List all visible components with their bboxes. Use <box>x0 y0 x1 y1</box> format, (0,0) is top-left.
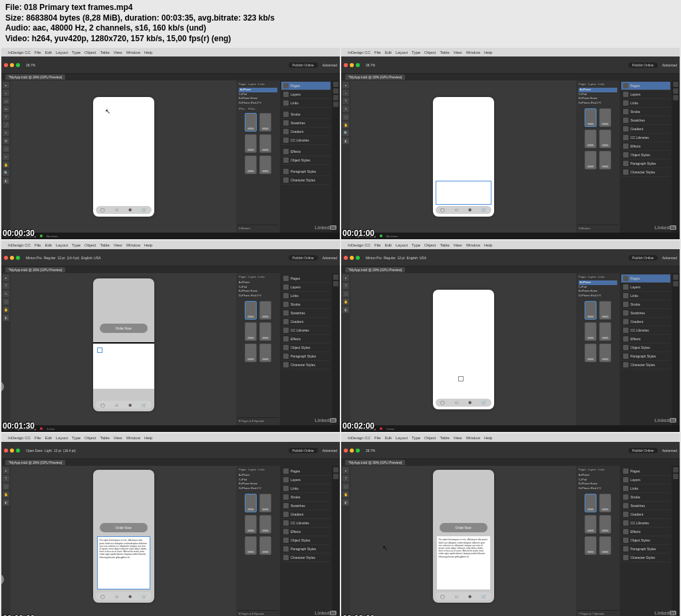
tab-icon[interactable]: 🛒 <box>481 207 486 212</box>
pages-tab[interactable]: Pages <box>579 468 586 471</box>
document-tab[interactable]: *MyApp.indd @ 29% [GPU Preview] <box>345 460 405 465</box>
tools-panel[interactable]: ▸ T ▢ ✋ ◧ <box>1 466 11 616</box>
right-panels[interactable]: Pages Layers Links Stroke Swatches Gradi… <box>620 466 672 616</box>
panel-swatches[interactable]: Swatches <box>291 504 305 508</box>
panel-gradient[interactable]: Gradient <box>630 320 643 324</box>
panel-gradient[interactable]: Gradient <box>630 512 643 516</box>
window-controls[interactable] <box>344 449 360 453</box>
page-thumb[interactable] <box>585 130 597 148</box>
right-panels[interactable]: Pages Layers Links Stroke Swatches Gradi… <box>620 273 672 425</box>
strip-icon[interactable] <box>333 95 339 100</box>
panel-paragraph-styles[interactable]: Paragraph Styles <box>291 169 316 173</box>
menu-window[interactable]: Window <box>126 436 140 440</box>
panel-links[interactable]: Links <box>630 486 638 490</box>
tab-icon[interactable]: ◯ <box>440 207 445 212</box>
rect-tool-icon[interactable]: ▢ <box>3 298 9 305</box>
tab-icon[interactable]: ⚈ <box>128 594 132 599</box>
workspace-switcher[interactable]: Advanced <box>662 256 677 260</box>
panel-links[interactable]: Links <box>291 486 299 490</box>
tab-icon[interactable]: ⚇ <box>115 594 118 599</box>
panel-character-styles[interactable]: Character Styles <box>291 556 315 560</box>
pages-panel[interactable]: Pages Layers Links A-iPhone C-iPad B-iPh… <box>236 80 280 233</box>
tab-icon[interactable]: ⚈ <box>128 207 132 212</box>
master-d-iphone-ipad[interactable]: D-iPhone iPad-V V <box>579 486 617 490</box>
page-thumb[interactable] <box>245 134 257 153</box>
menu-table[interactable]: Table <box>100 243 109 247</box>
panel-cclibraries[interactable]: CC Libraries <box>291 328 309 332</box>
menu-type[interactable]: Type <box>412 51 420 54</box>
rect-tool-icon[interactable]: ▢ <box>3 146 9 152</box>
gap-tool-icon[interactable]: ⇔ <box>3 106 9 112</box>
order-now-button[interactable]: Order Now <box>440 523 487 532</box>
collapsed-panel-strip[interactable] <box>672 80 680 233</box>
strip-icon[interactable] <box>333 102 339 107</box>
page-thumb[interactable] <box>259 301 271 320</box>
pages-tab[interactable]: Pages <box>239 82 246 86</box>
page-thumb[interactable] <box>245 322 257 341</box>
page-thumb[interactable] <box>259 536 271 555</box>
fill-stroke-icon[interactable]: ◧ <box>3 177 9 184</box>
font-family-field[interactable]: Open Sans <box>26 449 43 453</box>
pen-tool-icon[interactable]: ✎ <box>3 130 9 136</box>
document-tab[interactable]: *MyApp.indd @ 29% [GPU Preview] <box>345 267 405 272</box>
links-tab[interactable]: Links <box>258 468 264 471</box>
master-d-iphone-ipad[interactable]: D-iPhone iPad-V V <box>239 101 277 105</box>
zoom-level[interactable]: 28.7% <box>26 63 35 67</box>
right-panels[interactable]: Pages Layers Links Stroke Swatches Gradi… <box>620 80 672 233</box>
panel-pages[interactable]: Pages <box>630 469 640 473</box>
panel-swatches[interactable]: Swatches <box>291 121 305 125</box>
panel-object-styles[interactable]: Object Styles <box>630 153 650 157</box>
layers-tab[interactable]: Layers <box>248 275 256 278</box>
publish-online-button[interactable]: Publish Online <box>628 62 658 68</box>
menu-help[interactable]: Help <box>144 51 152 54</box>
document-page[interactable]: ◯ ⚇ ⚈ 🛒 <box>433 97 494 217</box>
window-controls[interactable] <box>344 63 360 67</box>
page-thumb[interactable] <box>599 536 611 555</box>
panel-stroke[interactable]: Stroke <box>630 495 640 499</box>
panel-object-styles[interactable]: Object Styles <box>291 158 310 162</box>
menu-layout[interactable]: Layout <box>56 243 68 247</box>
panel-paragraph-styles[interactable]: Paragraph Styles <box>630 161 656 165</box>
panel-links[interactable]: Links <box>630 294 638 298</box>
tab-icon[interactable]: 🛒 <box>142 403 146 407</box>
master-d-iphone-ipad[interactable]: D-iPhone iPad-V V <box>239 294 277 298</box>
publish-online-button[interactable]: Publish Online <box>289 62 318 68</box>
pages-tab[interactable]: Pages <box>579 275 586 278</box>
page-thumb[interactable] <box>599 151 611 169</box>
panel-pages[interactable]: Pages <box>291 276 300 280</box>
pen-tool-icon[interactable]: ✎ <box>342 106 349 112</box>
tools-panel[interactable]: ▸ T ▢ ✋ ◧ <box>341 466 350 616</box>
panel-effects[interactable]: Effects <box>630 144 640 148</box>
strip-icon[interactable] <box>673 82 678 87</box>
font-family-field[interactable]: Minion Pro <box>366 256 382 260</box>
menu-view[interactable]: View <box>114 243 122 247</box>
selection-tool-icon[interactable]: ▸ <box>3 467 9 474</box>
language-field[interactable]: English: USA <box>81 256 100 260</box>
tab-icon[interactable]: ◯ <box>440 594 445 599</box>
tab-icon[interactable]: ◯ <box>100 403 105 407</box>
tab-icon[interactable]: ⚇ <box>455 400 458 405</box>
pages-panel[interactable]: Pages Layers Links A-iPhone C-iPad B-iPh… <box>576 80 620 233</box>
page-thumb[interactable] <box>245 494 257 512</box>
tools-panel[interactable]: ▸ ▹ T ✎ ▢ ✋ 🔍 ◧ <box>341 80 350 233</box>
fill-stroke-icon[interactable]: ◧ <box>342 138 349 144</box>
tab-icon[interactable]: ⚈ <box>468 594 472 599</box>
layers-tab[interactable]: Layers <box>248 468 256 471</box>
menu-view[interactable]: View <box>114 51 122 54</box>
panel-gradient[interactable]: Gradient <box>630 127 643 131</box>
canvas[interactable]: ◯ ⚇ ⚈ 🛒 <box>350 80 576 233</box>
panel-pages[interactable]: Pages <box>291 469 300 473</box>
tab-icon[interactable]: ⚈ <box>468 400 472 405</box>
panel-object-styles[interactable]: Object Styles <box>630 538 650 542</box>
strip-icon[interactable] <box>673 88 678 94</box>
panel-effects[interactable]: Effects <box>630 530 640 534</box>
strip-icon[interactable] <box>333 82 339 87</box>
panel-paragraph-styles[interactable]: Paragraph Styles <box>630 547 656 551</box>
menu-table[interactable]: Table <box>440 51 449 54</box>
pages-panel[interactable]: PagesLayersLinks A-iPhone C-iPad B-iPhon… <box>576 466 620 616</box>
line-tool-icon[interactable]: ╱ <box>3 122 9 128</box>
panel-swatches[interactable]: Swatches <box>630 118 645 122</box>
canvas[interactable]: ◯⚇⚈🛒 <box>350 273 576 425</box>
menu-file[interactable]: File <box>374 436 381 440</box>
rect-tool-icon[interactable]: ▢ <box>342 114 349 120</box>
